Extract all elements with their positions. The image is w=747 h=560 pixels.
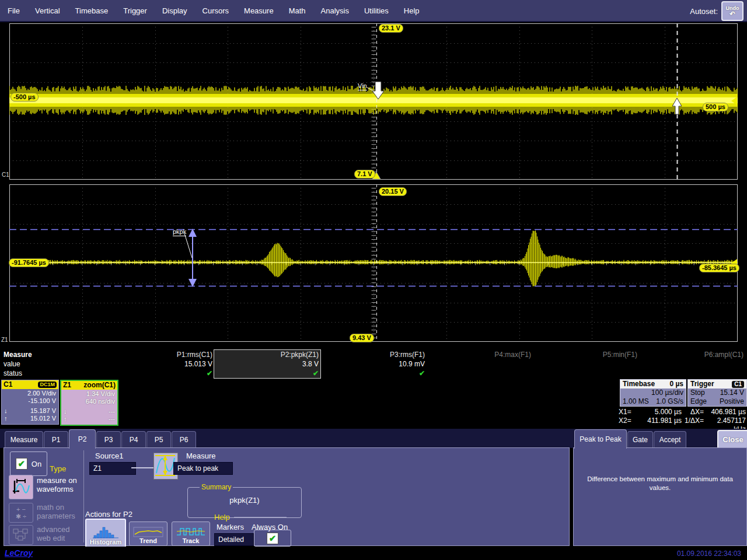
always-on-checkbox[interactable]: ✔ [254,530,291,547]
param-p4[interactable]: P4:max(F1) [427,350,531,359]
param-p2[interactable]: P2:pkpk(Z1) 3.8 V ✔ [215,350,319,378]
menu-item-utilities[interactable]: Utilities [357,6,396,15]
cursor-voltage-top-label: 23.1 V [379,24,403,33]
waveform-svg-c1 [9,23,738,180]
measure-label: Measure [186,452,216,460]
min-arrow-icon: ↓ [64,408,67,415]
type-measure-waveforms-label: measure on waveforms [37,476,77,494]
menu-item-timebase[interactable]: Timebase [68,6,116,15]
checkbox-checked-icon: ✔ [267,533,278,544]
trend-action-button[interactable]: Trend [129,522,167,546]
menu-item-vertical[interactable]: Vertical [27,6,68,15]
undo-arrow-icon: ↶ [729,11,735,17]
close-button[interactable]: Close [717,430,747,449]
divider [234,517,287,517]
undo-autoset-button[interactable]: Undo ↶ [721,1,743,21]
histogram-icon [92,526,120,538]
measure-field[interactable]: Peak to peak [173,462,233,475]
divider [83,450,84,542]
tab-gate[interactable]: Gate [627,431,653,448]
histogram-action-button[interactable]: Histogram [85,519,126,548]
measure-label: Measure [4,350,32,359]
tab-peak-to-peak[interactable]: Peak to Peak [574,429,627,449]
source1-field[interactable]: Z1 [89,462,136,475]
c1-coupling-badge: DC1M [38,382,57,388]
value-label: value [4,359,32,369]
channel-descriptor-c1[interactable]: C1 DC1M 2.00 V/div -15.100 V ↓ 15.187 V … [1,380,59,425]
measure-p2-dialog: ✔ On Type measure on waveforms + − ✱ ÷ m… [4,447,570,546]
zoom-time-right-label[interactable]: -85.3645 µs [699,264,739,272]
waveform-svg-z1 [9,184,738,342]
z1-title: Z1 [63,381,71,390]
status-label: status [4,369,32,378]
pkpk-arrow-icon [184,229,197,287]
on-checkbox-button[interactable]: ✔ On [10,452,47,476]
trigger-descriptor[interactable]: Trigger C1 Stop 15.14 V Edge Positive [687,379,747,407]
web-edit-flowchart-icon [12,528,30,542]
menu-item-measure[interactable]: Measure [236,6,281,15]
grid2-channel-label: Z1 [1,337,8,343]
tab-p4[interactable]: P4 [121,431,146,448]
status-check-icon: ✔ [109,369,212,378]
status-check-icon: ✔ [321,369,425,378]
param-p3[interactable]: P3:rms(F1) 10.9 mV ✔ [321,350,425,378]
tab-p6[interactable]: P6 [172,431,196,448]
trigger-source-badge: C1 [732,381,744,388]
actions-label: Actions for P2 [85,510,132,519]
menu-item-file[interactable]: File [0,6,27,15]
summary-group: Summary pkpk(Z1) [187,483,302,518]
param-p1[interactable]: P1:rms(C1) 15.013 V ✔ [109,350,212,378]
help-panel: Difference between maximum and minimum d… [573,447,747,546]
cursor-voltage-top-label: 20.15 V [379,187,407,196]
type-measure-waveforms-button[interactable] [9,475,33,499]
pkpk-measure-label: pkpk [173,228,186,236]
connector-line [131,467,153,468]
menu-item-display[interactable]: Display [155,6,195,15]
autoset-label: Autoset: [690,7,718,16]
menu-item-cursors[interactable]: Cursors [195,6,237,15]
type-advanced-web-edit-label: advanced web edit [37,525,69,542]
tab-p2[interactable]: P2 [69,429,96,449]
menu-item-math[interactable]: Math [281,6,313,15]
track-icon [176,527,206,537]
cursor-time-right-label[interactable]: 500 µs [703,103,728,111]
tab-p3[interactable]: P3 [96,431,121,448]
math-operators-icon: + − ✱ ÷ [16,506,26,520]
c1-title: C1 [4,380,12,389]
zoom-time-left-label[interactable]: -91.7645 µs [9,258,49,267]
tab-p1[interactable]: P1 [44,431,68,448]
channel-descriptor-z1[interactable]: Z1 zoom(C1) 1.34 V/div 640 ns/div ↓ --- … [60,380,118,426]
type-advanced-web-edit-button[interactable] [9,525,33,545]
help-description: Difference between maximum and minimum d… [585,475,735,492]
tab-p5[interactable]: P5 [146,431,171,448]
dialog-tab-row: Measure P1 P2 P3 P4 P5 P6 Peak to Peak G… [0,429,747,448]
max-arrow-icon: ↑ [64,415,67,423]
menu-item-analysis[interactable]: Analysis [313,6,357,15]
max-arrow-icon: ↑ [4,415,8,422]
markers-dropdown[interactable]: Detailed [214,533,254,546]
min-arrow-icon: ↓ [4,407,8,415]
param-p5[interactable]: P5:min(F1) [533,350,637,359]
grid1-channel-label: C1 [2,172,9,178]
waveform-grid-c1[interactable] [9,23,738,180]
waveform-grid-z1[interactable] [9,184,738,342]
lecroy-logo[interactable]: LeCroy [5,548,33,558]
type-math-parameters-button[interactable]: + − ✱ ÷ [9,503,33,523]
cursor-time-left-label[interactable]: -500 µs [11,93,39,102]
param-p6[interactable]: P6:ampl(C1) [640,350,743,359]
menu-item-trigger[interactable]: Trigger [116,6,155,15]
markers-label: Markers [217,523,244,531]
cursor-voltage-bottom-label: 9.43 V [350,334,374,342]
type-math-parameters-label: math on parameters [37,503,75,520]
source1-label: Source1 [95,452,123,460]
type-label: Type [50,464,66,473]
track-action-button[interactable]: Track [172,522,210,546]
measure-waveforms-icon [11,477,31,497]
clock: 01.09.2016 22:34:03 [677,550,741,558]
menu-item-help[interactable]: Help [396,6,427,15]
measure-row-labels: Measure value status [4,350,32,378]
tab-accept[interactable]: Accept [654,431,686,448]
tab-measure[interactable]: Measure [5,431,43,448]
timebase-descriptor[interactable]: Timebase 0 µs 100 µs/div 1.00 MS 1.0 GS/… [620,379,686,407]
z1-subtitle: zoom(C1) [83,381,116,390]
